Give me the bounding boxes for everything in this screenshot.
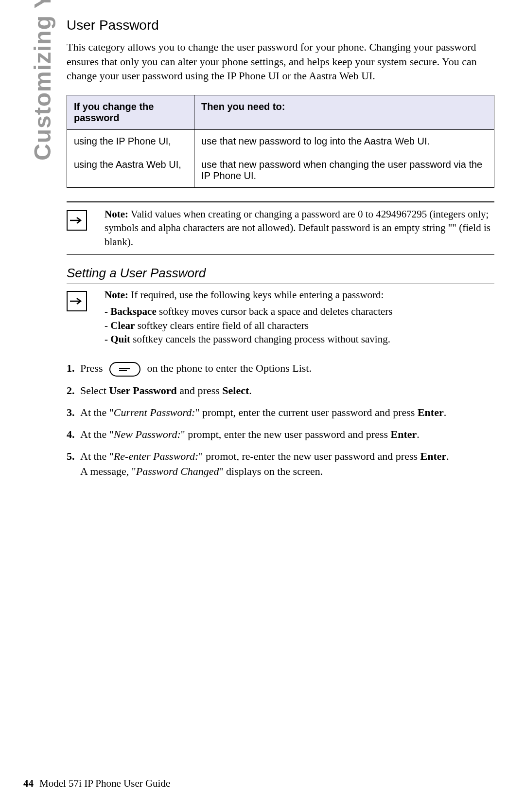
table-cell: use that new password when changing the … <box>194 153 494 188</box>
intro-paragraph: This category allows you to change the u… <box>67 40 494 83</box>
note-text: Note: Valid values when creating or chan… <box>105 207 494 249</box>
footer-title: Model 57i IP Phone User Guide <box>39 777 170 789</box>
arrow-right-icon <box>67 291 87 311</box>
page-content: User Password This category allows you t… <box>67 18 494 486</box>
softkey-desc: softkey cancels the password changing pr… <box>130 333 390 345</box>
table-row: using the Aastra Web UI, use that new pa… <box>67 153 494 188</box>
step-text: Select <box>80 384 109 397</box>
step-text: Press <box>80 362 105 374</box>
step-text: . <box>446 450 449 462</box>
softkey-name: Clear <box>110 320 135 331</box>
step-bold: User Password <box>109 384 177 397</box>
step-text: . <box>444 406 447 418</box>
step-item: At the "New Password:" prompt, enter the… <box>67 427 494 442</box>
softkey-name: Backspace <box>110 306 157 317</box>
step-bold: Enter <box>418 406 444 418</box>
step-text: A message, " <box>80 465 136 477</box>
step-text: At the " <box>80 406 114 418</box>
note-lead: If required, use the following keys whil… <box>128 289 384 301</box>
step-italic: Re-enter Password: <box>114 450 199 462</box>
table-cell: use that new password to log into the Aa… <box>194 130 494 153</box>
list-item: - Clear softkey clears entire field of a… <box>105 319 494 332</box>
step-bold: Select <box>222 384 249 397</box>
softkey-name: Quit <box>110 333 130 345</box>
note-block: Note: If required, use the following key… <box>67 288 494 346</box>
options-key-icon <box>109 362 140 377</box>
divider <box>67 352 494 352</box>
list-item: - Backspace softkey moves cursor back a … <box>105 305 494 318</box>
step-item: At the "Re-enter Password:" promot, re-e… <box>67 449 494 479</box>
divider <box>67 284 494 284</box>
divider <box>67 201 494 202</box>
step-text: and press <box>177 384 222 397</box>
subsection-heading: Setting a User Password <box>67 266 494 281</box>
steps-list: Press on the phone to enter the Options … <box>67 361 494 479</box>
arrow-right-icon <box>67 210 87 231</box>
sidebar-section-title: Customizing Your Phone <box>29 0 56 161</box>
note-block: Note: Valid values when creating or chan… <box>67 207 494 249</box>
note-label: Note: <box>105 289 128 301</box>
table-header-col1: If you change the password <box>67 95 194 130</box>
softkey-list: - Backspace softkey moves cursor back a … <box>105 305 494 346</box>
step-text: At the " <box>80 450 114 462</box>
softkey-desc: softkey clears entire field of all chara… <box>135 320 308 331</box>
step-text: " displays on the screen. <box>219 465 323 477</box>
divider <box>67 254 494 255</box>
step-item: Press on the phone to enter the Options … <box>67 361 494 377</box>
table-cell: using the Aastra Web UI, <box>67 153 194 188</box>
step-text: " promot, re-enter the new user password… <box>198 450 420 462</box>
password-table: If you change the password Then you need… <box>67 95 494 188</box>
step-text: At the " <box>80 428 114 440</box>
table-row: using the IP Phone UI, use that new pass… <box>67 130 494 153</box>
step-italic: New Password: <box>114 428 181 440</box>
page-footer: 44Model 57i IP Phone User Guide <box>23 777 170 790</box>
step-text: " prompt, enter the new user password an… <box>181 428 391 440</box>
step-text: . <box>249 384 252 397</box>
note-content: Valid values when creating or changing a… <box>105 208 490 248</box>
step-italic: Current Password: <box>114 406 195 418</box>
step-bold: Enter <box>420 450 447 462</box>
list-item: - Quit softkey cancels the password chan… <box>105 332 494 346</box>
softkey-desc: softkey moves cursor back a space and de… <box>157 306 393 317</box>
table-cell: using the IP Phone UI, <box>67 130 194 153</box>
table-header-col2: Then you need to: <box>194 95 494 130</box>
step-text: . <box>417 428 420 440</box>
step-item: At the "Current Password:" prompt, enter… <box>67 405 494 420</box>
step-item: Select User Password and press Select. <box>67 383 494 398</box>
page-number: 44 <box>23 777 34 789</box>
step-text: " prompt, enter the current user passwor… <box>195 406 418 418</box>
note-label: Note: <box>105 208 128 220</box>
step-bold: Enter <box>391 428 417 440</box>
step-italic: Password Changed <box>136 465 219 477</box>
step-text: on the phone to enter the Options List. <box>144 362 312 374</box>
note-text: Note: If required, use the following key… <box>105 288 494 346</box>
section-heading: User Password <box>67 18 494 33</box>
